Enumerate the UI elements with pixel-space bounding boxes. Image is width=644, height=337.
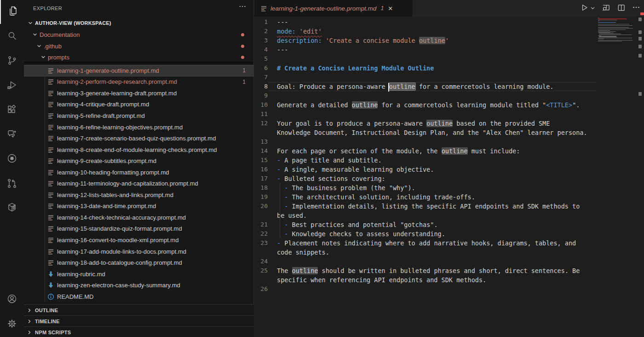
markdown-icon — [260, 5, 267, 12]
files-icon — [7, 6, 18, 18]
section-timeline[interactable]: TIMELINE — [24, 315, 254, 327]
code-line-5: 5 — [254, 54, 597, 64]
chevron-down-icon — [28, 20, 33, 26]
file-learning-17-add-module-links-to-docs-prompt-md[interactable]: learning-17-add-module-links-to-docs.pro… — [24, 246, 254, 257]
line-number: 7 — [254, 73, 268, 82]
workspace-root[interactable]: AUTHOR-VIEW (WORKSPACE) — [24, 17, 254, 29]
activity-item-source-control[interactable] — [0, 49, 24, 73]
activity-item-run-and-debug[interactable] — [0, 74, 24, 98]
markdown-icon — [47, 225, 54, 232]
line-number: 14 — [254, 146, 268, 156]
file-learning-14-check-technical-accuracy-prompt-md[interactable]: learning-14-check-technical-accuracy.pro… — [24, 212, 254, 223]
line-number: 25 — [254, 266, 268, 275]
file-learning-5-refine-draft-prompt-md[interactable]: learning-5-refine-draft.prompt.md — [24, 110, 254, 122]
section-outline[interactable]: OUTLINE — [24, 304, 254, 316]
ruler-occurrence-mark — [638, 92, 642, 96]
ruler-occurrence-mark — [638, 54, 642, 58]
line-content: Generate a detailed outline for a commer… — [268, 100, 597, 110]
line-number: 24 — [254, 257, 268, 266]
line-number: 16 — [254, 165, 268, 174]
file-learning-10-heading-formatting-prompt-md[interactable]: learning-10-heading-formatting.prompt.md — [24, 167, 254, 178]
editor-group: learning-1-generate-outline.prompt.md 1 … — [254, 0, 644, 337]
overview-ruler[interactable] — [638, 0, 644, 337]
run-dropdown-button[interactable] — [590, 4, 595, 12]
sidebar-header: EXPLORER ⋯ — [24, 0, 253, 16]
markdown-icon — [47, 259, 54, 266]
file-README-MD[interactable]: README.MD — [24, 291, 254, 302]
line-number: 3 — [254, 36, 268, 45]
more-actions-icon[interactable]: ⋯ — [239, 2, 246, 11]
line-number: 15 — [254, 156, 268, 165]
minimap[interactable] — [598, 17, 638, 335]
activity-item-accounts[interactable] — [0, 288, 24, 312]
activity-item-containers[interactable] — [0, 196, 24, 220]
file-learning-18-add-to-catalogue-config-prompt-md[interactable]: learning-18-add-to-catalogue-config.prom… — [24, 257, 254, 268]
file-label: learning-7-create-scenario-based-quiz-qu… — [57, 135, 216, 142]
line-number: 2 — [254, 27, 268, 36]
file-learning-13-date-and-time-prompt-md[interactable]: learning-13-date-and-time.prompt.md — [24, 201, 254, 212]
run-prompt-button[interactable] — [581, 4, 588, 13]
pull-request-icon — [6, 178, 17, 191]
section-npm-scripts[interactable]: NPM SCRIPTS — [24, 326, 254, 337]
activity-item-settings[interactable] — [0, 313, 24, 337]
arrow-down-icon — [47, 271, 54, 278]
close-icon[interactable]: ✕ — [388, 6, 393, 12]
line-number: 17 — [254, 174, 268, 183]
code-line-11: 11 — [254, 110, 597, 119]
line-content — [268, 73, 597, 82]
file-label: learning-9-create-subtitles.prompt.md — [57, 157, 156, 164]
file-learning-15-standardize-quiz-format-prompt-md[interactable]: learning-15-standardize-quiz-format.prom… — [24, 223, 254, 235]
folder-documentation[interactable]: Documentation — [24, 29, 254, 41]
file-learning-16-convert-to-moodle-xml-prompt-md[interactable]: learning-16-convert-to-moodle-xml.prompt… — [24, 234, 254, 246]
tab-strip: learning-1-generate-outline.prompt.md 1 … — [254, 0, 644, 17]
file-learning-12-lists-tables-and-links-prompt-md[interactable]: learning-12-lists-tables-and-links.promp… — [24, 189, 254, 201]
folder--github[interactable]: .github — [24, 41, 254, 52]
file-label: learning-16-convert-to-moodle-xml.prompt… — [57, 237, 178, 244]
file-learning-1-generate-outline-prompt-md[interactable]: learning-1-generate-outline.prompt.md1 — [24, 65, 254, 76]
file-learning-9-create-subtitles-prompt-md[interactable]: learning-9-create-subtitles.prompt.md — [24, 155, 254, 167]
file-label: learning-3-generate-learning-draft.promp… — [57, 90, 177, 97]
code-line-3: 3description: 'Create a concise module o… — [254, 36, 597, 45]
info-icon — [47, 293, 54, 300]
file-learning-rubric-md[interactable]: learning-rubric.md — [24, 268, 254, 280]
line-content: description: 'Create a concise module ou… — [268, 36, 597, 45]
modified-dot-badge — [241, 33, 244, 36]
line-content: - A page title and subtitle. — [268, 156, 597, 165]
file-learning-6-refine-learning-objectives-prompt-md[interactable]: learning-6-refine-learning-objectives.pr… — [24, 122, 254, 133]
split-editor-button[interactable] — [617, 3, 626, 14]
file-label: learning-2-perform-deep-research.prompt.… — [57, 78, 177, 85]
file-learning-11-terminology-and-capitalization-prompt-md[interactable]: learning-11-terminology-and-capitalizati… — [24, 178, 254, 190]
code-line-9: 9 — [254, 91, 597, 100]
file-learning-zen-electron-case-study-summary-md[interactable]: learning-zen-electron-case-study-summary… — [24, 279, 254, 291]
code-line-8: 8Goal: Produce a persona-aware outline f… — [254, 82, 597, 91]
activity-item-pull-requests[interactable] — [0, 172, 24, 196]
code-line-1: 1--- — [254, 17, 597, 27]
file-label: learning-18-add-to-catalogue-config.prom… — [57, 259, 182, 266]
activity-item-extensions[interactable] — [0, 99, 24, 122]
chevron-right-icon — [27, 330, 32, 335]
code-line-22: 22 - Knowledge checks to assess understa… — [254, 229, 597, 238]
ruler-error-mark — [640, 12, 644, 15]
line-content: Your goal is to produce a persona-aware … — [268, 119, 597, 128]
file-learning-3-generate-learning-draft-prompt-md[interactable]: learning-3-generate-learning-draft.promp… — [24, 87, 254, 99]
file-learning-7-create-scenario-based-quiz-questions-prompt-md[interactable]: learning-7-create-scenario-based-quiz-qu… — [24, 133, 254, 144]
line-content: The outline should be written in bullete… — [268, 266, 597, 275]
tree-indent-guide — [45, 65, 45, 302]
file-label: learning-5-refine-draft.prompt.md — [57, 112, 145, 119]
tab-learning-1[interactable]: learning-1-generate-outline.prompt.md 1 … — [254, 0, 413, 17]
activity-item-search[interactable] — [0, 25, 24, 49]
open-preview-button[interactable] — [602, 3, 610, 14]
code-editor[interactable]: 1---2mode: 'edit'3description: 'Create a… — [254, 17, 597, 337]
file-learning-8-create-end-of-module-learning-checks-prompt-md[interactable]: learning-8-create-end-of-module-learning… — [24, 144, 254, 156]
line-content: - Placement notes indicating where to ad… — [268, 238, 597, 248]
file-learning-4-critique-draft-prompt-md[interactable]: learning-4-critique-draft.prompt.md — [24, 99, 254, 110]
chevron-down-icon — [36, 43, 42, 49]
chevron-down-icon — [590, 4, 595, 12]
folder-prompts[interactable]: prompts — [24, 52, 254, 63]
code-line-6: 6# Create a Concise Learning Module Outl… — [254, 64, 597, 73]
line-number: 23 — [254, 238, 268, 248]
activity-item-github[interactable] — [0, 147, 24, 171]
file-learning-2-perform-deep-research-prompt-md[interactable]: learning-2-perform-deep-research.prompt.… — [24, 76, 254, 88]
activity-item-explorer[interactable] — [0, 0, 25, 24]
activity-item-chat[interactable] — [0, 123, 24, 147]
